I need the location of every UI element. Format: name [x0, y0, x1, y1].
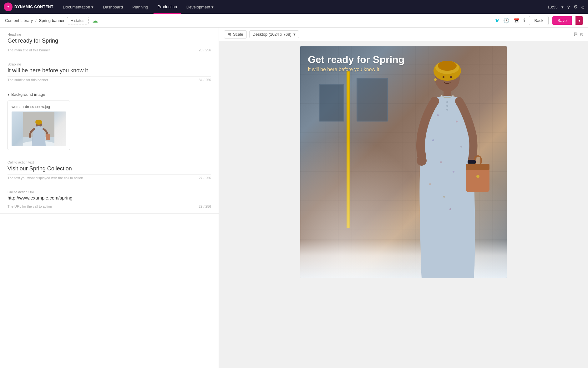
svg-rect-5 [46, 134, 50, 140]
main-content: Headline Get ready for Spring The main t… [0, 28, 588, 368]
svg-point-15 [456, 121, 458, 122]
breadcrumb-actions: 👁 🕐 📅 ℹ Back Save ▾ [494, 16, 583, 25]
cta-text-label: Call to action text [8, 160, 211, 164]
scale-toggle[interactable]: ⊞ Scale [224, 30, 247, 39]
chevron-down-icon: ▾ [8, 92, 9, 97]
svg-point-17 [460, 146, 462, 148]
strapline-field-group: Strapline It will be here before you kno… [0, 57, 219, 87]
chevron-down-icon [211, 5, 214, 9]
banner-preview: Get ready for Spring It will be here bef… [300, 46, 507, 278]
strapline-help: The subtitle for this banner [8, 78, 48, 82]
cta-text-help: The text you want displayed with the cal… [8, 176, 83, 180]
preview-toolbar: ⊞ Scale Desktop (1024 x 768) ▾ ⎘ ⎋ [219, 28, 588, 41]
background-image-label: Background image [11, 92, 45, 97]
time-dropdown-icon[interactable]: ▾ [561, 5, 564, 9]
info-icon[interactable]: ℹ [523, 18, 525, 23]
nav-right: 13:53 ▾ ? ⚙ ⎋ [547, 4, 584, 10]
top-navigation: ✦ DYNAMIC CONTENT Documentation Dashboar… [0, 0, 588, 14]
help-icon[interactable]: ? [567, 4, 570, 10]
svg-point-24 [417, 156, 427, 166]
svg-rect-31 [468, 160, 476, 163]
copy-icon[interactable]: ⎘ [574, 32, 577, 37]
svg-point-23 [449, 208, 451, 210]
cta-url-help: The URL for the call to action [8, 205, 52, 208]
chevron-down-icon: ▾ [293, 32, 296, 37]
svg-point-16 [432, 139, 434, 141]
svg-point-29 [476, 175, 479, 178]
image-filename: woman-dress-snow.jpg [12, 105, 66, 109]
svg-point-14 [437, 114, 439, 116]
chevron-down-icon [91, 5, 94, 9]
scale-label: Scale [233, 32, 243, 37]
image-card[interactable]: woman-dress-snow.jpg [8, 101, 70, 150]
status-label: + status [71, 18, 84, 23]
image-thumbnail [12, 111, 66, 146]
app-logo[interactable]: ✦ DYNAMIC CONTENT [4, 3, 53, 11]
svg-point-22 [443, 196, 445, 198]
svg-point-9 [438, 61, 457, 71]
logo-text: DYNAMIC CONTENT [14, 5, 53, 9]
desktop-select[interactable]: Desktop (1024 x 768) ▾ [249, 30, 299, 38]
headline-help: The main title of this banner [8, 48, 50, 52]
cta-text-value[interactable]: Visit our Spring Collection [8, 165, 211, 172]
strapline-counter: 34 / 256 [199, 78, 211, 82]
upload-icon[interactable]: ☁ [92, 17, 98, 24]
scale-icon: ⊞ [227, 32, 231, 37]
history-icon[interactable]: 🕐 [503, 18, 509, 23]
cta-text-field-group: Call to action text Visit our Spring Col… [0, 155, 219, 185]
nav-development[interactable]: Development [182, 0, 218, 14]
cta-url-label: Call to action URL [8, 190, 211, 194]
svg-point-20 [429, 183, 431, 185]
external-link-icon[interactable]: ⎋ [580, 32, 583, 37]
save-dropdown-button[interactable]: ▾ [575, 16, 583, 25]
calendar-icon[interactable]: 📅 [513, 18, 520, 23]
headline-field-group: Headline Get ready for Spring The main t… [0, 28, 219, 57]
eye-icon[interactable]: 👁 [494, 18, 499, 23]
strapline-label: Strapline [8, 62, 211, 66]
right-panel: ⊞ Scale Desktop (1024 x 768) ▾ ⎘ ⎋ [219, 28, 588, 368]
svg-point-33 [446, 105, 448, 107]
background-image-section: ▾ Background image woman-dress-snow.jpg [0, 87, 219, 155]
left-panel: Headline Get ready for Spring The main t… [0, 28, 219, 368]
breadcrumb-library[interactable]: Content Library [5, 18, 33, 23]
svg-point-32 [446, 101, 448, 103]
svg-point-11 [450, 76, 452, 78]
settings-icon[interactable]: ⚙ [574, 4, 578, 10]
current-time: 13:53 [547, 5, 558, 9]
nav-documentation[interactable]: Documentation [58, 0, 98, 14]
logout-icon[interactable]: ⎋ [581, 4, 584, 10]
breadcrumb-separator: / [35, 18, 37, 23]
svg-point-12 [434, 78, 437, 81]
status-button[interactable]: + status [67, 17, 88, 24]
svg-point-19 [453, 171, 454, 173]
breadcrumb-current: Spring banner [39, 18, 65, 23]
save-button[interactable]: Save [552, 16, 572, 25]
nav-planning[interactable]: Planning [128, 0, 153, 14]
desktop-label: Desktop (1024 x 768) [253, 32, 291, 37]
back-button[interactable]: Back [529, 16, 549, 25]
logo-icon: ✦ [4, 3, 13, 11]
nav-items: Documentation Dashboard Planning Product… [58, 0, 547, 14]
cta-url-counter: 29 / 256 [199, 205, 211, 208]
background-image-header[interactable]: ▾ Background image [8, 92, 211, 97]
cta-url-field-group: Call to action URL http://www.example.co… [0, 185, 219, 214]
preview-area: Get ready for Spring It will be here bef… [219, 41, 588, 368]
cta-url-value[interactable]: http://www.example.com/spring [8, 195, 211, 200]
preview-actions: ⎘ ⎋ [574, 32, 583, 37]
svg-point-4 [35, 120, 42, 125]
svg-point-18 [440, 161, 442, 163]
headline-value[interactable]: Get ready for Spring [8, 38, 211, 44]
strapline-value[interactable]: It will be here before you know it [8, 67, 211, 74]
headline-label: Headline [8, 33, 211, 36]
svg-point-10 [443, 76, 444, 78]
svg-point-34 [446, 109, 448, 111]
headline-counter: 20 / 256 [199, 48, 211, 52]
nav-production[interactable]: Production [153, 0, 181, 14]
breadcrumb-bar: Content Library / Spring banner + status… [0, 14, 588, 28]
cta-text-counter: 27 / 256 [199, 176, 211, 180]
nav-dashboard[interactable]: Dashboard [99, 0, 127, 14]
person-figure [375, 53, 500, 278]
